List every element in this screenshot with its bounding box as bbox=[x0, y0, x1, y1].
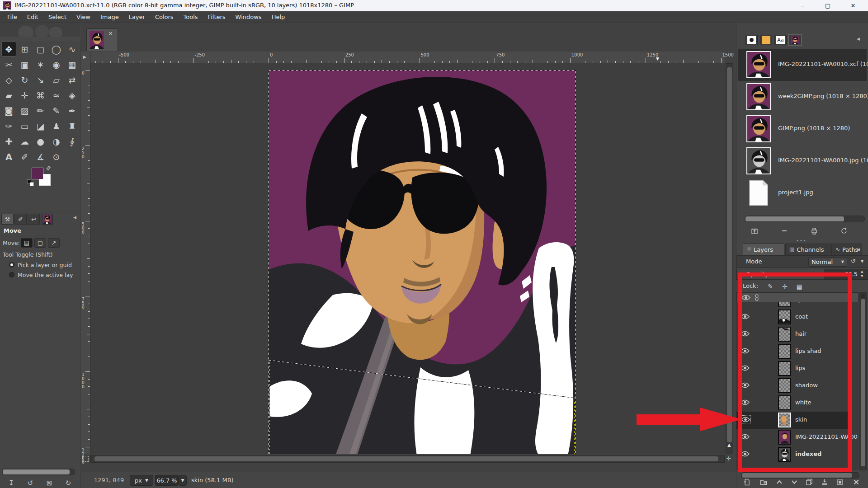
menu-image[interactable]: Image bbox=[95, 12, 124, 22]
mode-dropdown[interactable]: Normal▼ bbox=[808, 257, 847, 267]
menu-select[interactable]: Select bbox=[43, 12, 71, 22]
tool-gradient[interactable]: ▨ bbox=[17, 103, 32, 118]
swap-colors-icon[interactable]: ⇄ bbox=[45, 164, 52, 172]
tool-smudge[interactable]: ☁ bbox=[17, 134, 32, 149]
dock-drag-handle[interactable]: ••• bbox=[796, 238, 807, 243]
unit-dropdown[interactable]: px▼ bbox=[130, 475, 153, 486]
menu-windows[interactable]: Windows bbox=[231, 12, 267, 22]
menu-filters[interactable]: Filters bbox=[203, 12, 231, 22]
raise-views-button[interactable] bbox=[748, 226, 761, 236]
tab-device-status[interactable]: ✐ bbox=[14, 214, 27, 225]
tab-tool-options[interactable]: ⚒ bbox=[1, 214, 14, 225]
foreground-color-swatch[interactable] bbox=[32, 168, 43, 179]
navigation-button[interactable]: ✛ bbox=[726, 455, 731, 462]
tool-scale[interactable]: ↘ bbox=[33, 72, 48, 87]
tool-move[interactable]: ✥ bbox=[1, 42, 16, 56]
tool-scissors-select[interactable]: ✂ bbox=[1, 57, 16, 72]
tool-rotate[interactable]: ↻ bbox=[17, 72, 32, 87]
move-path-button[interactable]: ↗ bbox=[48, 238, 60, 248]
tab-images[interactable] bbox=[41, 214, 53, 225]
quick-mask-toggle[interactable] bbox=[82, 456, 89, 462]
tool-select-by-color[interactable]: ◉ bbox=[49, 57, 64, 72]
merge-down-button[interactable] bbox=[819, 477, 830, 487]
tool-unified-transform[interactable]: ◇ bbox=[1, 72, 16, 87]
menu-view[interactable]: View bbox=[71, 12, 95, 22]
tool-cage-transform[interactable]: ⌘ bbox=[33, 88, 48, 103]
menu-colors[interactable]: Colors bbox=[150, 12, 179, 22]
tool-options-scrollbar[interactable] bbox=[2, 469, 75, 475]
new-display-button[interactable] bbox=[808, 226, 821, 236]
radio-button[interactable] bbox=[9, 262, 14, 267]
tool-heal[interactable]: ✚ bbox=[1, 134, 16, 149]
minimize-button[interactable]: – bbox=[792, 0, 813, 11]
tool-flip[interactable]: ⇄ bbox=[65, 72, 80, 87]
tool-perspective-clone[interactable]: ♜ bbox=[65, 118, 80, 133]
images-scrollbar[interactable] bbox=[745, 216, 865, 222]
tab-undo-history[interactable]: ↩ bbox=[28, 214, 40, 225]
delete-image-button[interactable] bbox=[778, 226, 791, 236]
maximize-button[interactable]: ▢ bbox=[817, 0, 838, 11]
tool-paths[interactable]: ∮ bbox=[65, 134, 80, 149]
refresh-button[interactable] bbox=[838, 226, 850, 236]
patterns-tab[interactable] bbox=[760, 35, 772, 45]
close-button[interactable]: ✕ bbox=[843, 0, 863, 11]
raise-layer-button[interactable] bbox=[774, 477, 785, 487]
delete-tool-preset-button[interactable]: ⊠ bbox=[42, 478, 56, 488]
radio-button[interactable] bbox=[9, 272, 14, 277]
tool-perspective[interactable]: ▰ bbox=[1, 88, 16, 103]
opacity-spinner[interactable]: ▲▼ bbox=[861, 270, 863, 279]
new-layer-button[interactable] bbox=[741, 477, 753, 487]
tool-handle-transform[interactable]: ✛ bbox=[17, 88, 32, 103]
brushes-tab[interactable] bbox=[745, 35, 758, 45]
image-list-item[interactable]: week2GIMP.png (1018 × 1280) bbox=[738, 81, 867, 113]
image-list-item[interactable]: IMG-20221101-WA0010.xcf (10 bbox=[738, 49, 867, 81]
move-layer-button[interactable]: ▤ bbox=[21, 238, 33, 248]
tab-channels[interactable]: ▥Channels bbox=[785, 244, 830, 255]
tool-ellipse-select[interactable]: ◯ bbox=[49, 42, 64, 56]
dock-menu-icon[interactable]: ◀ bbox=[857, 37, 860, 41]
zoom-dropdown[interactable]: ▼ bbox=[179, 475, 187, 486]
tool-dodge-burn[interactable]: ◑ bbox=[49, 134, 64, 149]
image-list-item[interactable]: GIMP.png (1018 × 1280) bbox=[738, 113, 867, 145]
dock-menu-icon[interactable]: ◀ bbox=[73, 215, 76, 220]
duplicate-layer-button[interactable] bbox=[803, 477, 815, 487]
delete-layer-button[interactable] bbox=[850, 477, 862, 487]
images-tab[interactable] bbox=[789, 35, 801, 45]
add-mask-button[interactable] bbox=[834, 477, 846, 487]
tool-pencil[interactable]: ✏ bbox=[33, 103, 48, 118]
tool-airbrush[interactable]: ✒ bbox=[65, 103, 80, 118]
tool-warp-transform[interactable]: ≈ bbox=[49, 88, 64, 103]
lower-layer-button[interactable] bbox=[788, 477, 800, 487]
reset-tool-options-button[interactable]: ↻ bbox=[61, 478, 75, 488]
menu-help[interactable]: Help bbox=[267, 12, 290, 22]
restore-tool-preset-button[interactable]: ↺ bbox=[24, 478, 37, 488]
menu-tools[interactable]: Tools bbox=[179, 12, 203, 22]
move-selection-button[interactable]: ▢ bbox=[34, 238, 46, 248]
tool-blur-sharpen[interactable]: ● bbox=[33, 134, 48, 149]
default-colors-icon[interactable] bbox=[27, 179, 34, 187]
tab-layers[interactable]: ≣Layers bbox=[743, 244, 784, 255]
option-row[interactable]: Pick a layer or guid bbox=[9, 260, 80, 269]
image-list-item[interactable]: project1.jpg bbox=[738, 177, 867, 209]
canvas-viewport[interactable] bbox=[90, 63, 725, 454]
tool-ink[interactable]: ✑ bbox=[1, 118, 16, 133]
dock-menu-icon[interactable]: ◀ bbox=[857, 247, 860, 252]
chevron-down-icon[interactable]: ▼ bbox=[861, 259, 863, 263]
new-group-button[interactable] bbox=[758, 477, 769, 487]
ruler-corner-button[interactable]: ▶ bbox=[81, 52, 90, 63]
option-row[interactable]: Move the active lay bbox=[9, 270, 80, 279]
tool-alignment[interactable]: ⊞ bbox=[17, 42, 32, 56]
layers-scrollbar[interactable] bbox=[859, 292, 867, 470]
save-tool-preset-button[interactable]: ↧ bbox=[5, 478, 18, 488]
tool-shear[interactable]: ▱ bbox=[49, 72, 64, 87]
tool-3d-transform[interactable]: ◈ bbox=[65, 88, 80, 103]
tool-crop[interactable]: ▦ bbox=[65, 57, 80, 72]
menu-layer[interactable]: Layer bbox=[124, 12, 150, 22]
switch-mode-icon[interactable]: ↺ bbox=[851, 258, 856, 264]
tool-free-select[interactable]: ∿ bbox=[65, 42, 80, 56]
tool-bucket-fill[interactable]: ◙ bbox=[1, 103, 16, 118]
image-list-item[interactable]: IMG-20221101-WA0010.jpg (10 bbox=[738, 145, 867, 177]
tool-fuzzy-select[interactable]: ✶ bbox=[33, 57, 48, 72]
tool-clone[interactable]: ♟ bbox=[49, 118, 64, 133]
menu-file[interactable]: File bbox=[2, 12, 22, 22]
